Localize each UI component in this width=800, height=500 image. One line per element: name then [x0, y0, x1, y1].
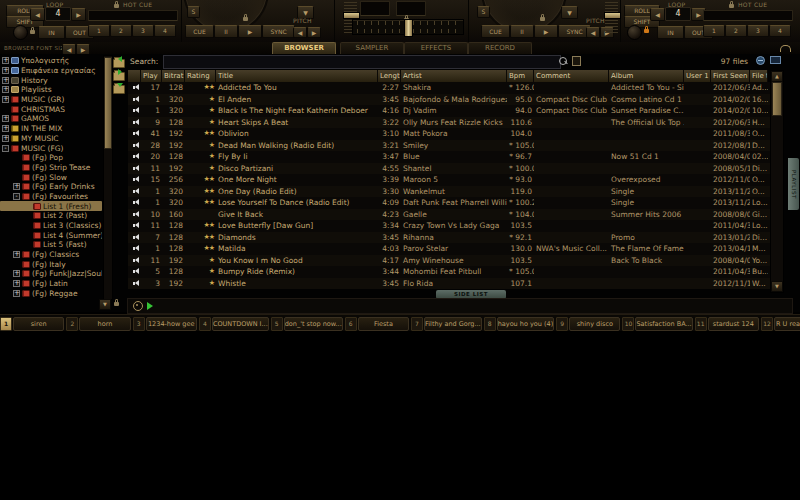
- tab-effects[interactable]: EFFECTS: [404, 42, 468, 54]
- sampler-slot-number[interactable]: 5: [271, 317, 283, 331]
- table-row[interactable]: 9128★Heart Skips A Beat3:22Olly Murs Fea…: [128, 117, 772, 129]
- column-header-title[interactable]: Title: [216, 70, 378, 82]
- sidebar-item[interactable]: (Fg) Italy: [0, 259, 102, 269]
- sampler-slot-number[interactable]: 2: [66, 317, 78, 331]
- sampler-slot[interactable]: 8hayou ho you (4): [484, 317, 557, 331]
- folder-up-icon[interactable]: [112, 56, 125, 67]
- sampler-slot[interactable]: 9shiny disco: [556, 317, 622, 331]
- column-header-file-t[interactable]: File t: [750, 70, 768, 82]
- sidebar-item[interactable]: +(Fg) Latin: [0, 279, 102, 289]
- sampler-slot[interactable]: 4COUNTDOWN I...: [199, 317, 271, 331]
- collapse-icon[interactable]: -: [13, 193, 20, 200]
- sidebar-item[interactable]: List 4 (Summer): [0, 230, 102, 240]
- expand-icon[interactable]: +: [2, 57, 9, 64]
- table-row[interactable]: 28192★Dead Man Walking (Radio Edit)3:21S…: [128, 140, 772, 152]
- left-hotcue-1-button[interactable]: 1: [88, 25, 110, 37]
- expand-icon[interactable]: +: [2, 67, 9, 74]
- sidebar-item[interactable]: List 3 (Classics): [0, 221, 102, 231]
- expand-icon[interactable]: +: [2, 86, 9, 93]
- right-stutter-button[interactable]: II: [510, 25, 534, 38]
- left-hotcue-lock-icon[interactable]: [114, 4, 119, 8]
- sidebar-item[interactable]: +Υπολογιστής: [0, 56, 102, 66]
- left-loop-halve-button[interactable]: ◀: [30, 8, 45, 21]
- table-row[interactable]: 1320★Black Is The Night Feat Katherin De…: [128, 105, 772, 117]
- sampler-slot-number[interactable]: 1: [0, 317, 12, 331]
- right-hotcue-4-button[interactable]: 4: [769, 25, 791, 37]
- folder-refresh-icon[interactable]: [112, 69, 125, 80]
- playlist-side-tab[interactable]: PLAYLIST: [788, 158, 799, 210]
- sampler-slot-number[interactable]: 10: [622, 317, 634, 331]
- search-history-icon[interactable]: [572, 56, 581, 66]
- right-keylock-icon[interactable]: [540, 17, 545, 21]
- sidebar-item[interactable]: -MUSIC (FG): [0, 143, 102, 153]
- expand-icon[interactable]: +: [13, 270, 20, 277]
- sidebar-item[interactable]: +IN THE MIX: [0, 124, 102, 134]
- sidebar-item[interactable]: +GAMOS: [0, 114, 102, 124]
- table-row[interactable]: 10160Give It Back4:23Gaelle* 104.0Summer…: [128, 209, 772, 221]
- table-row[interactable]: 1320★★Lose Yourself To Dance (Radio Edit…: [128, 197, 772, 209]
- right-cue-button[interactable]: CUE: [481, 25, 510, 38]
- sampler-slot-name[interactable]: don_'t stop now...: [284, 317, 343, 331]
- sampler-slot[interactable]: 5don_'t stop now...: [271, 317, 345, 331]
- sampler-slot-name[interactable]: Satisfaction BA...: [635, 317, 692, 331]
- sampler-slot[interactable]: 6Fiesta: [345, 317, 411, 331]
- left-pitch-bend-plus-button[interactable]: ▶: [307, 27, 321, 38]
- search-magnifier-icon[interactable]: [559, 57, 567, 65]
- headphones-icon[interactable]: [780, 45, 791, 52]
- search-input[interactable]: [163, 55, 561, 69]
- sampler-slot-name[interactable]: Fiesta: [358, 317, 409, 331]
- expand-icon[interactable]: +: [13, 251, 20, 258]
- left-sync-button[interactable]: SYNC: [262, 25, 295, 38]
- tab-sampler[interactable]: SAMPLER: [340, 42, 404, 54]
- sampler-slot-name[interactable]: Filthy and Gorg...: [424, 317, 482, 331]
- sidebar-item[interactable]: +History: [0, 75, 102, 85]
- sampler-slot[interactable]: 11stardust 124: [695, 317, 761, 331]
- table-row[interactable]: 5128★Bumpy Ride (Remix)3:44Mohombi Feat …: [128, 266, 772, 278]
- sidebar-item[interactable]: List 5 (Fast): [0, 240, 102, 250]
- expand-icon[interactable]: +: [13, 280, 20, 287]
- left-stutter-button[interactable]: II: [214, 25, 238, 38]
- sampler-slot-name[interactable]: COUNTDOWN I...: [212, 317, 269, 331]
- expand-icon[interactable]: +: [2, 125, 9, 132]
- column-header-album[interactable]: Album: [609, 70, 684, 82]
- crossfader-handle[interactable]: [404, 19, 413, 37]
- table-row[interactable]: 20128★Fly By Ii3:47Blue* 96.7Now 51 Cd 1…: [128, 151, 772, 163]
- sampler-slot-number[interactable]: 7: [411, 317, 423, 331]
- sampler-slot[interactable]: 1siren: [0, 317, 66, 331]
- sampler-slot[interactable]: 2horn: [66, 317, 132, 331]
- left-pitch-fader-handle[interactable]: [343, 12, 360, 19]
- right-hotcue-lock-icon[interactable]: [729, 4, 734, 8]
- sampler-slot[interactable]: 7Filthy and Gorg...: [411, 317, 484, 331]
- sampler-slot-number[interactable]: 11: [695, 317, 707, 331]
- table-row[interactable]: 11192★You Know I m No Good4:17Amy Wineho…: [128, 255, 772, 267]
- left-pitch-bend-minus-button[interactable]: ◀: [293, 27, 307, 38]
- expand-icon[interactable]: +: [2, 96, 9, 103]
- table-scrollbar-thumb[interactable]: [772, 82, 782, 116]
- column-header-first-seen[interactable]: First Seen: [711, 70, 750, 82]
- column-header-rating[interactable]: Rating: [185, 70, 216, 82]
- sampler-slot-number[interactable]: 3: [133, 317, 145, 331]
- right-loop-in-button[interactable]: IN: [657, 26, 684, 39]
- table-row[interactable]: 1320★★One Day (Radio Edit)3:30Wankelmut1…: [128, 186, 772, 198]
- left-slip-button[interactable]: S: [187, 6, 200, 18]
- table-row[interactable]: 17128★★Addicted To You2:27Shakira* 126.0…: [128, 82, 772, 94]
- table-row[interactable]: 11192★Disco Partizani4:55Shantel* 100.02…: [128, 163, 772, 175]
- sidebar-item[interactable]: +(Fg) Early Drinks: [0, 182, 102, 192]
- column-header-artist[interactable]: Artist: [401, 70, 507, 82]
- right-hotcue-1-button[interactable]: 1: [703, 25, 725, 37]
- sampler-slot-name[interactable]: 1234-how gee: [146, 317, 197, 331]
- expand-icon[interactable]: +: [13, 183, 20, 190]
- right-hotcue-2-button[interactable]: 2: [725, 25, 747, 37]
- sidebar-item[interactable]: +(Fg) Funk|Jazz|Soul: [0, 269, 102, 279]
- sidebar-item[interactable]: (Fg) Slow: [0, 172, 102, 182]
- expand-icon[interactable]: +: [2, 135, 9, 142]
- table-scroll-up-button[interactable]: ▲: [771, 71, 783, 82]
- tab-record[interactable]: RECORD: [468, 42, 532, 54]
- column-header-status[interactable]: [128, 70, 141, 82]
- sidebar-item[interactable]: +(Fg) Reggae: [0, 289, 102, 299]
- folder-new-icon[interactable]: [112, 82, 125, 93]
- table-row[interactable]: 11128★★Love Butterfly [Daw Gun]3:34Crazy…: [128, 220, 772, 232]
- left-keylock-icon[interactable]: [243, 17, 248, 21]
- sampler-slot-name[interactable]: hayou ho you (4): [497, 317, 555, 331]
- sampler-slot[interactable]: 31234-how gee: [133, 317, 199, 331]
